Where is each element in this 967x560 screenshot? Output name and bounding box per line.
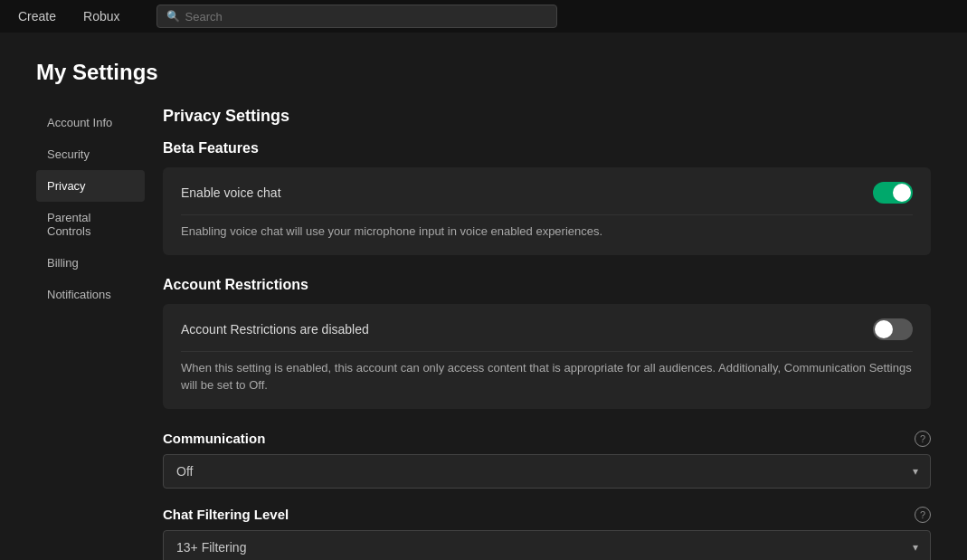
beta-features-title: Beta Features: [163, 140, 931, 157]
communication-help-icon[interactable]: ?: [915, 431, 931, 447]
toggle-knob-2: [875, 320, 893, 338]
communication-label-row: Communication ?: [163, 431, 931, 447]
communication-dropdown-wrapper: Off Friends Everyone ▾: [163, 454, 931, 489]
toggle-knob: [893, 184, 911, 202]
chat-filtering-select[interactable]: 13+ Filtering Child Filtering: [163, 530, 931, 561]
search-bar[interactable]: 🔍: [156, 5, 557, 28]
communication-label: Communication: [163, 431, 265, 446]
voice-chat-label: Enable voice chat: [181, 185, 281, 200]
chat-filtering-dropdown-wrapper: 13+ Filtering Child Filtering ▾: [163, 530, 931, 561]
main-layout: Account Info Security Privacy Parental C…: [36, 107, 931, 560]
communication-section: Communication ? Off Friends Everyone ▾: [163, 431, 931, 489]
page-title: My Settings: [36, 60, 931, 85]
account-restrictions-title: Account Restrictions: [163, 277, 931, 293]
communication-select[interactable]: Off Friends Everyone: [163, 454, 931, 489]
account-restrictions-label: Account Restrictions are disabled: [181, 322, 369, 337]
sidebar-item-parental-controls[interactable]: Parental Controls: [36, 202, 145, 247]
beta-features-card: Enable voice chat Enabling voice chat wi…: [163, 167, 931, 255]
account-restrictions-row: Account Restrictions are disabled: [181, 318, 913, 340]
search-icon: 🔍: [166, 10, 180, 23]
chat-filtering-label-row: Chat Filtering Level ?: [163, 507, 931, 523]
voice-chat-row: Enable voice chat: [181, 182, 913, 204]
sidebar-item-notifications[interactable]: Notifications: [36, 279, 145, 310]
sidebar-item-privacy[interactable]: Privacy: [36, 170, 145, 202]
voice-chat-desc: Enabling voice chat will use your microp…: [181, 214, 913, 241]
nav-create[interactable]: Create: [18, 9, 56, 24]
account-restrictions-card: Account Restrictions are disabled When t…: [163, 304, 931, 409]
sidebar: Account Info Security Privacy Parental C…: [36, 107, 145, 560]
nav-robux[interactable]: Robux: [83, 9, 119, 24]
page-wrapper: My Settings Account Info Security Privac…: [0, 33, 967, 560]
sidebar-item-account-info[interactable]: Account Info: [36, 107, 145, 138]
account-restrictions-toggle[interactable]: [873, 318, 913, 340]
topnav: Create Robux 🔍: [0, 0, 967, 33]
sidebar-item-billing[interactable]: Billing: [36, 247, 145, 279]
voice-chat-toggle[interactable]: [873, 182, 913, 204]
search-input[interactable]: [185, 10, 547, 24]
privacy-settings-title: Privacy Settings: [163, 107, 931, 126]
account-restrictions-desc: When this setting is enabled, this accou…: [181, 351, 913, 394]
chat-filtering-help-icon[interactable]: ?: [915, 507, 931, 523]
chat-filtering-section: Chat Filtering Level ? 13+ Filtering Chi…: [163, 507, 931, 561]
sidebar-item-security[interactable]: Security: [36, 138, 145, 170]
chat-filtering-label: Chat Filtering Level: [163, 507, 289, 522]
main-content: Privacy Settings Beta Features Enable vo…: [163, 107, 931, 560]
